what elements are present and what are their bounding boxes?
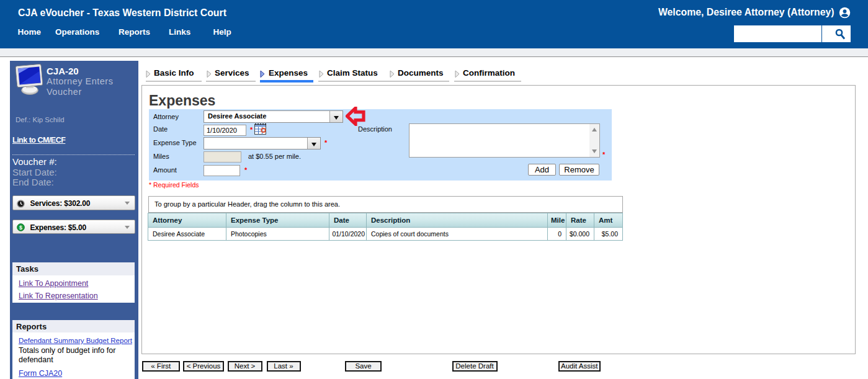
svg-text:$: $	[19, 225, 22, 231]
